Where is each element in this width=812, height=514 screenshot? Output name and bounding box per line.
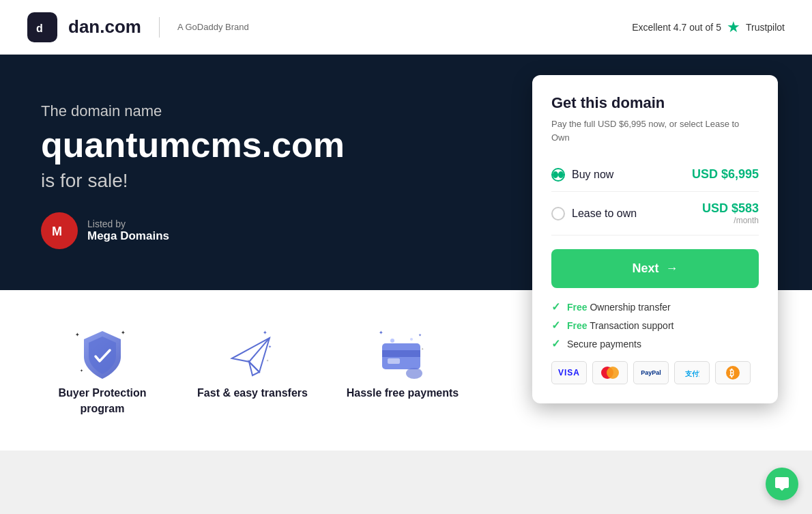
feature-fast-easy: ✦ ✦ ✦ Fast & easy transfers: [191, 324, 314, 416]
header-left: d dan.com A GoDaddy Brand: [27, 12, 249, 42]
svg-text:₿: ₿: [729, 368, 734, 378]
alipay-icon: 支付宝: [674, 361, 710, 384]
lease-left: Lease to own: [551, 207, 637, 220]
buy-now-radio[interactable]: [551, 168, 565, 182]
lease-price-wrap: USD $583 /month: [702, 201, 759, 225]
check-icon-1: ✓: [551, 300, 560, 313]
listed-by-label: Listed by: [87, 218, 169, 229]
svg-point-21: [406, 368, 422, 379]
seller-name: Mega Domains: [87, 229, 169, 243]
visa-icon: VISA: [551, 361, 587, 384]
benefit-transaction: ✓ Free Transaction support: [551, 319, 759, 332]
feature-buyer-protection: ✦ ✦ ✦ Buyer Protection program: [41, 324, 164, 416]
svg-text:✦: ✦: [268, 345, 272, 349]
header: d dan.com A GoDaddy Brand Excellent 4.7 …: [0, 0, 812, 55]
logo-text: dan.com: [68, 16, 141, 38]
free-label-2: Free: [567, 320, 588, 331]
free-label-1: Free: [567, 302, 588, 313]
hero-section: The domain name quantumcms.com is for sa…: [0, 55, 812, 290]
benefit-secure-text: Secure payments: [567, 339, 641, 349]
svg-rect-19: [382, 350, 420, 357]
shield-icon: ✦ ✦ ✦: [72, 324, 133, 386]
trustpilot-rating: Excellent 4.7 out of 5 ★ Trustpilot: [632, 18, 785, 36]
card-subtitle: Pay the full USD $6,995 now, or select L…: [551, 117, 759, 144]
svg-point-22: [390, 339, 394, 343]
svg-text:✦: ✦: [379, 330, 383, 336]
svg-text:✦: ✦: [80, 369, 83, 373]
trustpilot-star-icon: ★: [727, 18, 740, 36]
lease-price-sub: /month: [702, 216, 759, 225]
svg-point-5: [607, 367, 619, 379]
arrow-right-icon: →: [666, 261, 678, 276]
svg-text:支付宝: 支付宝: [684, 370, 699, 377]
lease-to-own-option[interactable]: Lease to own USD $583 /month: [551, 192, 759, 235]
logo-divider: [159, 17, 160, 38]
paper-plane-icon: ✦ ✦ ✦: [222, 324, 283, 386]
lease-radio[interactable]: [551, 207, 565, 220]
benefit-transaction-text: Transaction support: [590, 320, 673, 331]
benefit-ownership: ✓ Free Ownership transfer: [551, 300, 759, 313]
benefit-secure: ✓ Secure payments: [551, 337, 759, 350]
feature-hassle-free: ✦ ✦ ✦ Hassle free payments: [341, 324, 464, 416]
bitcoin-icon: ₿: [715, 361, 751, 384]
benefit-ownership-text: Ownership transfer: [590, 302, 670, 313]
next-label: Next: [632, 261, 658, 276]
mastercard-icon: [592, 361, 628, 384]
check-icon-3: ✓: [551, 337, 560, 350]
svg-text:✦: ✦: [121, 330, 126, 336]
svg-text:✦: ✦: [263, 330, 267, 336]
payment-icons: VISA PayPal 支付宝 ₿: [551, 361, 759, 384]
next-button[interactable]: Next →: [551, 249, 759, 288]
lease-label: Lease to own: [572, 208, 637, 220]
seller-logo: M: [41, 212, 78, 249]
buy-now-label: Buy now: [572, 169, 613, 181]
feature-hassle-free-label: Hassle free payments: [347, 386, 459, 401]
svg-text:M: M: [52, 225, 62, 238]
svg-rect-20: [388, 358, 400, 364]
svg-text:✦: ✦: [266, 358, 269, 362]
check-icon-2: ✓: [551, 319, 560, 332]
card-title: Get this domain: [551, 94, 759, 112]
trustpilot-text: Excellent 4.7 out of 5: [632, 22, 721, 33]
svg-text:✦: ✦: [421, 347, 424, 351]
benefits-list: ✓ Free Ownership transfer ✓ Free Transac…: [551, 300, 759, 350]
buy-now-price: USD $6,995: [692, 167, 759, 182]
feature-buyer-protection-label: Buyer Protection program: [41, 386, 164, 416]
payment-card-icon: ✦ ✦ ✦: [372, 324, 433, 386]
trustpilot-brand: Trustpilot: [746, 22, 785, 33]
svg-point-23: [410, 338, 413, 341]
buy-now-option[interactable]: Buy now USD $6,995: [551, 158, 759, 192]
listed-text: Listed by Mega Domains: [87, 218, 169, 243]
svg-text:d: d: [36, 23, 43, 34]
godaddy-label: A GoDaddy Brand: [177, 22, 249, 32]
svg-text:✦: ✦: [418, 333, 422, 337]
buy-now-left: Buy now: [551, 168, 613, 182]
lease-price: USD $583: [702, 201, 759, 216]
purchase-card: Get this domain Pay the full USD $6,995 …: [532, 75, 778, 403]
paypal-icon: PayPal: [633, 361, 669, 384]
svg-text:✦: ✦: [75, 332, 80, 338]
dan-logo-icon: d: [27, 12, 57, 42]
feature-fast-easy-label: Fast & easy transfers: [197, 386, 308, 401]
